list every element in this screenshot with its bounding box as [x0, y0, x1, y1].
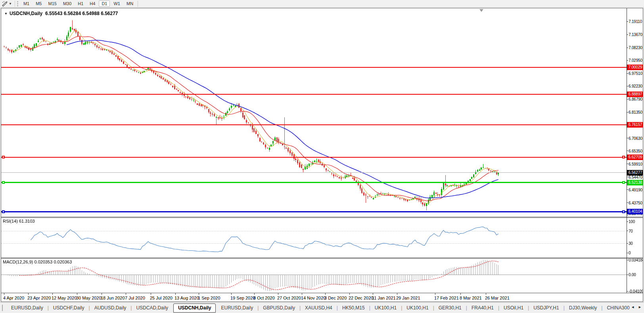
ohlc-high: 6.56284 — [64, 11, 81, 16]
date-axis-tick — [151, 293, 151, 295]
hline-6.88897[interactable] — [1, 94, 627, 95]
line-handle[interactable] — [622, 181, 625, 184]
ohlc-open: 6.55543 — [45, 11, 62, 16]
price-axis-tick-label: 6.92230 — [629, 84, 643, 88]
line-handle[interactable] — [2, 181, 5, 184]
hline-6.52138[interactable] — [1, 182, 627, 183]
toolbar-separator — [15, 1, 15, 7]
rsi-axis-tick-label: 0 — [629, 251, 643, 255]
date-axis-tick — [52, 293, 53, 295]
tool-dropdown-caret-icon[interactable]: ▼ — [9, 2, 12, 6]
timeframe-button-m15[interactable]: M15 — [45, 0, 59, 7]
drawing-tool-icon[interactable] — [2, 1, 8, 7]
price-axis-tick-label: 6.81350 — [629, 110, 643, 115]
toolbar-separator — [138, 1, 138, 7]
date-axis-tick — [373, 293, 373, 295]
macd-panel: MACD(12,26,9) 0.020353 0.020363 0.034184… — [1, 259, 643, 293]
tab-dj30-weekly[interactable]: DJ30,Weekly — [565, 305, 601, 311]
date-axis-label: 7 Jul 2020 — [125, 296, 145, 300]
date-axis-label: 12 May 2020 — [52, 296, 77, 300]
rsi-canvas[interactable] — [1, 218, 627, 258]
tabbar-grip[interactable] — [2, 305, 3, 311]
symbol-tabbar: EURUSD,Daily|USDCHF,Daily|AUDUSD,Daily|U… — [0, 302, 644, 313]
timeframe-button-m5[interactable]: M5 — [33, 0, 44, 7]
toolbar-grip[interactable] — [17, 1, 18, 6]
price-axis-line — [627, 8, 627, 293]
date-axis-label: 8 Mar 2021 — [460, 296, 482, 300]
macd-axis-tick-label: 0.034184 — [629, 259, 643, 262]
hline-7.00029[interactable] — [1, 67, 627, 68]
date-axis-label: 29 Jan 2021 — [396, 296, 420, 300]
date-axis-label: 8 Oct 2020 — [253, 296, 275, 300]
date-axis-label: 26 Mar 2021 — [485, 296, 510, 300]
timeframe-button-mn[interactable]: MN — [124, 0, 136, 7]
tab-scroll-left-icon[interactable]: ◄ — [631, 305, 634, 309]
top-toolbar: ▼ M1M5M15M30H1H4D1W1MN — [0, 0, 644, 8]
date-axis-label: 3 Dec 2020 — [324, 296, 347, 300]
tab-usoil-h1[interactable]: USOil,H1 — [499, 305, 528, 311]
tab-hk50-m15[interactable]: HK50,M15 — [338, 305, 369, 311]
tab-gbpusd-daily[interactable]: GBPUSD,Daily — [259, 305, 299, 311]
timeframe-button-h1[interactable]: H1 — [75, 0, 86, 7]
tab-uk100-h1[interactable]: UK100,H1 — [402, 305, 433, 311]
macd-label: MACD(12,26,9) 0.020353 0.020363 — [3, 260, 72, 264]
timeframe-button-h4[interactable]: H4 — [87, 0, 98, 7]
date-axis-tick — [302, 293, 302, 295]
macd-canvas[interactable] — [1, 259, 627, 293]
hline-6.76157[interactable] — [1, 124, 627, 125]
tab-usdcad-daily[interactable]: USDCAD,Daily — [132, 305, 172, 311]
line-handle[interactable] — [622, 156, 625, 158]
price-axis-tick-label: 6.70630 — [629, 136, 643, 141]
tab-xauusd-h4[interactable]: XAUUSD,H4 — [301, 305, 337, 311]
chart-symbol-period: USDCNH,Daily — [10, 11, 42, 16]
price-chip-6.88897: 6.88897 — [627, 92, 643, 97]
chart-dropdown-icon[interactable]: ▼ — [4, 12, 8, 15]
bid-price-line — [1, 172, 627, 173]
hline-6.62709[interactable] — [1, 157, 627, 158]
rsi-label: RSI(14) 61.3103 — [3, 219, 35, 223]
price-chip-6.52138: 6.52138 — [627, 180, 643, 185]
line-handle[interactable] — [2, 210, 5, 213]
line-handle[interactable] — [2, 156, 5, 158]
tab-usdchf-daily[interactable]: USDCHF,Daily — [49, 305, 89, 311]
chart-shift-marker-icon[interactable] — [479, 9, 483, 12]
date-axis-tick — [199, 293, 199, 295]
price-axis-tick-label: 6.43750 — [629, 201, 643, 205]
date-axis-tick — [175, 293, 176, 295]
price-chip-6.62709: 6.62709 — [627, 155, 643, 160]
date-axis-label: 17 Feb 2021 — [434, 296, 459, 300]
timeframe-button-w1[interactable]: W1 — [111, 0, 123, 7]
hline-6.40104[interactable] — [1, 211, 627, 212]
timeframe-button-m30[interactable]: M30 — [60, 0, 74, 7]
rsi-axis-tick-label: 70 — [629, 229, 643, 233]
timeframe-button-d1[interactable]: D1 — [99, 0, 110, 7]
date-axis-label: 25 Jul 2020 — [150, 296, 172, 300]
timeframe-buttons: M1M5M15M30H1H4D1W1MN — [20, 0, 136, 7]
price-chart-canvas[interactable] — [1, 8, 627, 217]
price-chip-6.40104: 6.40104 — [627, 209, 643, 214]
tab-eurusd-daily[interactable]: EURUSD,Daily — [217, 305, 257, 311]
date-axis-label: 18 Jun 2020 — [101, 296, 125, 300]
tab-uk100-h1[interactable]: UK100,H1 — [370, 305, 401, 311]
date-axis-tick — [486, 293, 486, 295]
timeframe-button-m1[interactable]: M1 — [21, 0, 32, 7]
date-axis-tick — [460, 293, 461, 295]
line-handle[interactable] — [622, 210, 625, 213]
date-axis-tick — [254, 293, 255, 295]
tab-usdcnh-daily[interactable]: USDCNH,Daily — [173, 303, 216, 313]
chart-window: ▼USDCNH,Daily 6.55543 6.56284 6.54988 6.… — [1, 8, 643, 302]
date-axis-label: 14 Nov 2020 — [301, 296, 326, 300]
rsi-axis-tick-label: 100 — [629, 219, 643, 224]
macd-axis-tick-label: 0.00 — [629, 273, 643, 277]
date-axis-tick — [397, 293, 397, 295]
date-axis[interactable]: 4 Apr 202023 Apr 202012 May 202030 May 2… — [1, 293, 643, 302]
tab-audusd-daily[interactable]: AUDUSD,Daily — [90, 305, 131, 311]
date-axis-tick — [278, 293, 278, 295]
tab-eurusd-daily[interactable]: EURUSD,Daily — [7, 305, 48, 311]
tab-fra40-h1[interactable]: FRA40,H1 — [467, 305, 498, 311]
date-axis-tick — [126, 293, 126, 295]
tab-ger30-h1[interactable]: GER30,H1 — [434, 305, 466, 311]
tab-scroll-right-icon[interactable]: ► — [638, 305, 642, 309]
tab-usdjpy-h1[interactable]: USDJPY,H1 — [529, 305, 563, 311]
tab-u[interactable]: U — [643, 305, 644, 311]
